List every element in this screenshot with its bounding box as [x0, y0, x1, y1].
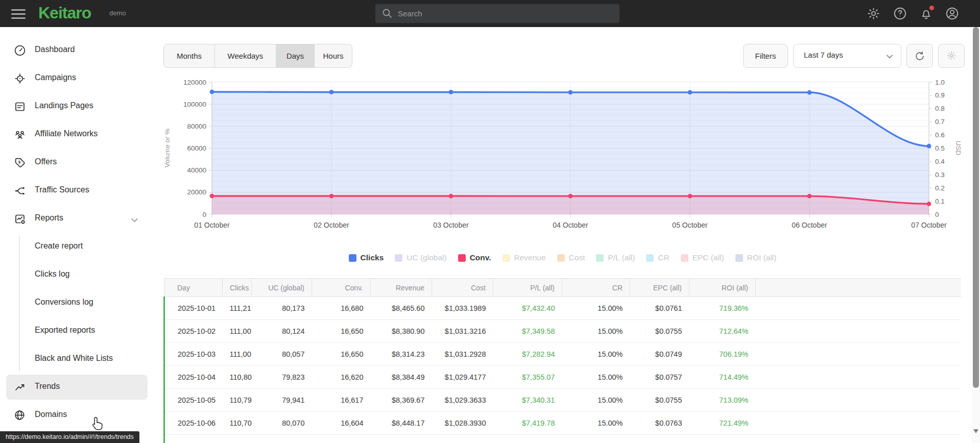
column-header[interactable]: EPC (all) — [630, 279, 689, 297]
legend-swatch — [735, 254, 743, 262]
legend-item-clicks[interactable]: Clicks — [349, 253, 384, 262]
table-row[interactable]: 2025-10-06110,7080,07016,604$8,448.17$1,… — [164, 412, 962, 435]
table-cell: 80,173 — [252, 297, 312, 320]
table-cell: 111,00 — [223, 343, 252, 366]
legend-item-cost[interactable]: Cost — [557, 253, 585, 262]
sidebar-item-dashboard[interactable]: Dashboard — [0, 39, 153, 62]
column-header[interactable]: Day — [164, 279, 223, 297]
chart-settings-button[interactable] — [938, 44, 965, 68]
period-tabs: MonthsWeekdaysDaysHours — [163, 44, 352, 68]
tab-days[interactable]: Days — [276, 44, 315, 67]
sidebar-item-offers[interactable]: $ Offers — [0, 151, 153, 175]
search-bar — [375, 4, 619, 23]
date-range-value: Last 7 days — [804, 51, 843, 59]
legend-item-roi-all-[interactable]: ROI (all) — [735, 253, 777, 262]
legend-item-epc-all-[interactable]: EPC (all) — [681, 253, 724, 262]
date-range-select[interactable]: Last 7 days — [793, 44, 901, 68]
legend-item-conv-[interactable]: Conv. — [458, 253, 491, 262]
sidebar-item-landings-pages[interactable]: Landings Pages — [0, 95, 153, 118]
sidebar-item-label: Reports — [35, 213, 63, 223]
table-cell: 721.49% — [689, 412, 756, 435]
table-row[interactable]: 2025-10-04110,8079,82316,620$8,384.49$1,… — [164, 366, 962, 389]
table-row[interactable]: 2025-10-0744,4044,4579,443$4,693.34$527.… — [164, 435, 962, 443]
table-cell: $7,282.94 — [493, 343, 562, 366]
sidebar-item-traffic-sources[interactable]: Traffic Sources — [0, 179, 153, 203]
search-input[interactable] — [398, 4, 612, 23]
column-header[interactable]: CR — [562, 279, 630, 297]
svg-text:04 October: 04 October — [553, 221, 588, 229]
svg-text:60000: 60000 — [187, 144, 206, 152]
svg-text:80000: 80000 — [187, 122, 206, 130]
table-cell — [756, 412, 962, 435]
legend-item-cr[interactable]: CR — [646, 253, 669, 262]
settings-gear-icon[interactable] — [867, 7, 881, 21]
column-header[interactable]: Conv. — [312, 279, 371, 297]
sidebar-item-domains[interactable]: Domains — [0, 404, 153, 427]
traffic-icon — [14, 185, 26, 197]
trends-chart[interactable]: 02000040000600008000010000012000000.10.2… — [153, 76, 972, 249]
table-cell: $1,028.3930 — [432, 412, 493, 435]
offers-icon: $ — [14, 157, 26, 169]
sidebar-item-campaigns[interactable]: Campaigns — [0, 67, 153, 90]
table-cell: $527.3932 — [432, 435, 493, 443]
table-row[interactable]: 2025-10-01111,2180,17316,680$8,465.60$1,… — [164, 297, 962, 320]
legend-item-p-l-all-[interactable]: P/L (all) — [596, 253, 635, 262]
column-header[interactable]: Clicks — [223, 279, 252, 297]
sidebar-item-create-report[interactable]: Create report — [0, 235, 153, 259]
tab-weekdays[interactable]: Weekdays — [215, 44, 276, 67]
legend-item-revenue[interactable]: Revenue — [503, 253, 546, 262]
table-cell: 714.49% — [689, 366, 756, 389]
legend-swatch — [646, 254, 654, 262]
sidebar-item-conversions-log[interactable]: Conversions log — [0, 291, 153, 315]
sidebar-item-clicks-log[interactable]: Clicks log — [0, 263, 153, 287]
table-row[interactable]: 2025-10-05110,7979,94116,617$8,369.67$1,… — [164, 389, 962, 412]
table-cell: $8,314.23 — [371, 343, 432, 366]
sidebar-item-label: Dashboard — [35, 45, 75, 54]
refresh-button[interactable] — [906, 44, 933, 68]
table-cell: 16,680 — [312, 297, 371, 320]
mouse-cursor — [91, 416, 104, 432]
sidebar-item-exported-reports[interactable]: Exported reports — [0, 319, 153, 343]
sidebar-item-affiliate-networks[interactable]: Affiliate Networks — [0, 123, 153, 146]
chevron-down-icon — [130, 216, 139, 225]
notifications-bell-icon[interactable] — [919, 7, 934, 21]
sidebar-item-label: Trends — [35, 382, 60, 391]
sidebar-item-reports[interactable]: Reports — [0, 207, 153, 231]
tab-months[interactable]: Months — [164, 44, 215, 67]
trends-table: DayClicksUC (global)Conv.RevenueCostP/L … — [163, 278, 961, 443]
scroll-down-arrow[interactable] — [973, 429, 978, 433]
account-icon[interactable] — [945, 7, 960, 21]
legend-swatch — [596, 254, 604, 262]
menu-icon[interactable] — [11, 7, 26, 20]
svg-text:0.6: 0.6 — [935, 131, 945, 139]
scrollbar[interactable] — [972, 27, 980, 443]
table-row[interactable]: 2025-10-02111,0080,12416,650$8,380.90$1,… — [164, 320, 962, 343]
chevron-down-icon — [886, 53, 894, 61]
legend-label: Conv. — [470, 253, 491, 262]
table-cell: 44,457 — [252, 435, 312, 443]
scrollbar-thumb[interactable] — [973, 27, 979, 388]
topbar: Keitaro demo — [0, 0, 980, 27]
help-icon[interactable] — [893, 7, 907, 21]
column-header[interactable]: Revenue — [371, 279, 432, 297]
column-header[interactable]: UC (global) — [252, 279, 312, 297]
table-cell: 2025-10-01 — [164, 297, 223, 320]
dashboard-icon — [14, 44, 26, 57]
table-cell: 16,604 — [312, 412, 371, 435]
svg-text:0.9: 0.9 — [935, 91, 945, 99]
refresh-icon — [914, 51, 925, 62]
column-header[interactable]: Cost — [432, 279, 493, 297]
tab-hours[interactable]: Hours — [315, 44, 352, 67]
table-cell: $0.0755 — [630, 320, 689, 343]
sidebar-item-black-and-white-lists[interactable]: Black and White Lists — [0, 348, 153, 371]
legend-item-uc-global-[interactable]: UC (global) — [395, 253, 446, 262]
svg-text:0.5: 0.5 — [935, 144, 945, 152]
table-cell — [756, 343, 962, 366]
column-header[interactable]: P/L (all) — [493, 279, 562, 297]
table-cell: $8,384.49 — [371, 366, 432, 389]
filters-button[interactable]: Filters — [743, 44, 788, 68]
sidebar-item-trends[interactable]: Trends — [0, 376, 153, 399]
table-cell — [756, 366, 962, 389]
column-header[interactable]: ROI (all) — [689, 279, 756, 297]
table-row[interactable]: 2025-10-03111,0080,05716,650$8,314.23$1,… — [164, 343, 962, 366]
